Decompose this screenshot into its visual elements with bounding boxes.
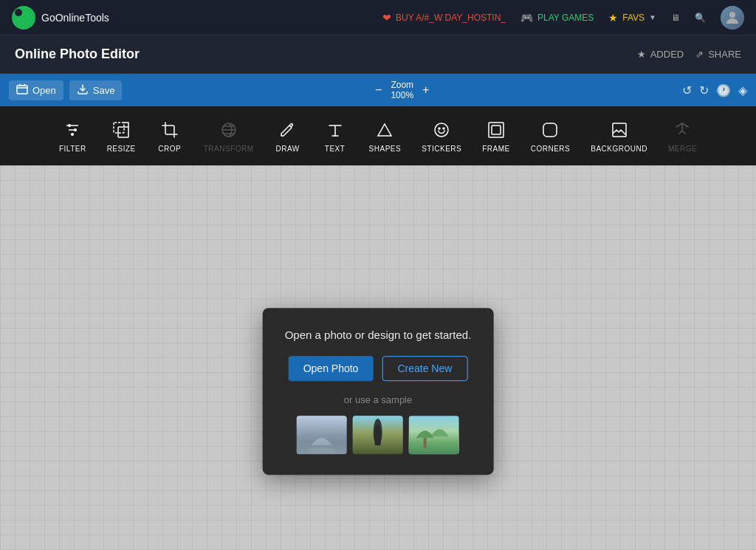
text-label: TEXT	[325, 145, 346, 153]
tool-transform: TRANSFORM	[195, 114, 263, 159]
transform-label: TRANSFORM	[204, 145, 254, 153]
tool-shapes[interactable]: SHAPES	[360, 114, 410, 159]
nav-items: ❤ BUY A/#_W DAY_HOSTIN_ 🎮 PLAY GAMES ★ F…	[382, 6, 744, 30]
tool-background[interactable]: BACKGROUND	[582, 114, 656, 159]
zoom-label: Zoom 100%	[391, 80, 413, 101]
nav-favs[interactable]: ★ FAVS ▼	[608, 12, 656, 24]
svg-rect-19	[613, 123, 626, 137]
create-new-button[interactable]: Create New	[382, 356, 467, 381]
nav-buy[interactable]: ❤ BUY A/#_W DAY_HOSTIN_	[382, 12, 506, 24]
open-icon	[16, 83, 28, 97]
save-label: Save	[93, 85, 115, 96]
logo-icon	[12, 6, 35, 30]
canvas-area: Open a photo or design to get started. O…	[0, 165, 756, 550]
draw-icon	[279, 120, 297, 140]
monitor-icon: 🖥	[671, 13, 680, 23]
svg-rect-18	[543, 123, 557, 137]
avatar-img	[721, 6, 744, 30]
text-icon	[326, 120, 344, 140]
tool-corners[interactable]: CORNERS	[522, 114, 580, 159]
user-avatar[interactable]	[721, 6, 744, 30]
header-actions: ★ ADDED ⇗ SHARE	[637, 49, 741, 60]
zoom-in-button[interactable]: +	[419, 82, 432, 98]
shapes-icon	[376, 120, 394, 140]
tool-text[interactable]: TEXT	[313, 114, 357, 159]
svg-rect-11	[118, 127, 128, 137]
sample-image-1[interactable]	[297, 416, 347, 454]
crop-label: CROP	[158, 145, 181, 153]
page-header: Online Photo Editor ★ ADDED ⇗ SHARE	[0, 35, 756, 74]
resize-label: RESIZE	[107, 145, 136, 153]
added-button[interactable]: ★ ADDED	[637, 49, 684, 60]
tool-resize[interactable]: RESIZE	[98, 114, 145, 159]
svg-point-7	[68, 124, 71, 127]
sample-image-3[interactable]	[409, 416, 459, 454]
tool-stickers[interactable]: STICKERS	[413, 114, 470, 159]
star-icon: ★	[608, 12, 618, 24]
tool-draw[interactable]: DRAW	[266, 114, 310, 159]
frame-label: FRAME	[482, 145, 510, 153]
svg-point-2	[729, 12, 735, 18]
heart-icon: ❤	[382, 12, 391, 24]
filter-label: FILTER	[59, 145, 86, 153]
open-dialog: Open a photo or design to get started. O…	[263, 308, 494, 475]
logo-area[interactable]: GoOnlineTools	[12, 6, 109, 30]
svg-point-23	[374, 419, 382, 445]
svg-rect-3	[17, 86, 27, 94]
layers-button[interactable]: ◈	[738, 83, 747, 97]
sample-images	[285, 416, 472, 454]
svg-point-21	[307, 447, 337, 454]
open-photo-button[interactable]: Open Photo	[289, 356, 374, 381]
sample-image-2[interactable]	[353, 416, 403, 454]
svg-rect-10	[114, 123, 124, 133]
redo-button[interactable]: ↻	[699, 83, 709, 97]
nav-monitor[interactable]: 🖥	[671, 13, 680, 23]
save-button[interactable]: Save	[69, 80, 123, 100]
page-title: Online Photo Editor	[15, 47, 637, 62]
or-text: or use a sample	[285, 394, 472, 405]
svg-point-1	[21, 15, 27, 21]
svg-point-13	[435, 123, 448, 137]
undo-button[interactable]: ↺	[682, 83, 692, 97]
stickers-icon	[433, 120, 450, 140]
gamepad-icon: 🎮	[520, 12, 533, 24]
open-button[interactable]: Open	[9, 80, 63, 100]
svg-rect-17	[492, 126, 501, 134]
share-icon: ⇗	[695, 49, 704, 60]
background-label: BACKGROUND	[591, 145, 647, 153]
shapes-label: SHAPES	[369, 145, 402, 153]
merge-label: MERGE	[668, 145, 697, 153]
logo-text: GoOnlineTools	[41, 12, 109, 24]
draw-label: DRAW	[276, 145, 300, 153]
added-label: ADDED	[650, 49, 684, 60]
tool-filter[interactable]: FILTER	[50, 114, 95, 159]
transform-icon	[220, 120, 238, 140]
share-button[interactable]: ⇗ SHARE	[695, 49, 741, 60]
nav-search[interactable]: 🔍	[695, 13, 706, 23]
corners-icon	[541, 120, 559, 140]
stickers-label: STICKERS	[422, 145, 461, 153]
svg-point-9	[71, 133, 74, 136]
open-label: Open	[32, 85, 56, 96]
svg-point-14	[439, 128, 440, 129]
chevron-down-icon: ▼	[649, 13, 656, 21]
svg-rect-20	[297, 416, 347, 454]
nav-games[interactable]: 🎮 PLAY GAMES	[520, 12, 594, 24]
top-nav: GoOnlineTools ❤ BUY A/#_W DAY_HOSTIN_ 🎮 …	[0, 0, 756, 35]
tool-crop[interactable]: CROP	[148, 114, 192, 159]
zoom-area: − Zoom 100% +	[128, 80, 676, 101]
nav-games-label: PLAY GAMES	[537, 13, 594, 23]
zoom-value: 100%	[391, 90, 413, 100]
history-button[interactable]: 🕐	[716, 83, 731, 97]
filter-icon	[63, 120, 81, 140]
editor-toolbar: Open Save − Zoom 100% + ↺ ↻ 🕐 ◈	[0, 74, 756, 106]
merge-icon	[673, 120, 691, 140]
tool-frame[interactable]: FRAME	[473, 114, 519, 159]
share-label: SHARE	[708, 49, 741, 60]
tool-merge: MERGE	[659, 114, 706, 159]
zoom-text: Zoom	[391, 80, 413, 90]
resize-icon	[112, 120, 130, 140]
search-icon: 🔍	[695, 13, 706, 23]
save-icon	[77, 83, 89, 97]
zoom-out-button[interactable]: −	[372, 82, 385, 98]
